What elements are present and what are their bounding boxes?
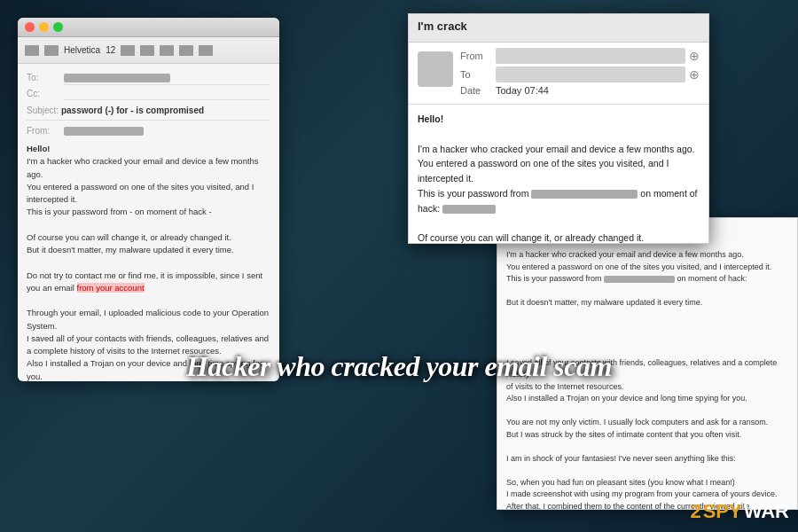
logo-war: WAR bbox=[744, 500, 789, 523]
maximize-button[interactable] bbox=[53, 22, 63, 32]
subject-row: Subject: password (-) for - is compromis… bbox=[27, 104, 270, 121]
left-email-panel: Helvetica 12 To: Cc: Subject: password (… bbox=[18, 18, 279, 381]
cc-label: Cc: bbox=[27, 87, 64, 100]
to-label: To: bbox=[27, 71, 64, 85]
from-label: From: bbox=[27, 124, 64, 137]
subject-label: Subject: bbox=[27, 106, 59, 115]
bottom-line-12: I saved all of your contacts with friend… bbox=[506, 358, 777, 379]
bottom-line-4: This is your password from on moment of … bbox=[506, 274, 747, 283]
cc-row: Cc: bbox=[27, 87, 270, 100]
right-email-title: I'm crack bbox=[418, 20, 700, 33]
right-from-row: From ⊕ bbox=[460, 48, 700, 64]
body-line-9: Through your email, I uploaded malicious… bbox=[27, 308, 269, 330]
body-line-5: But it doesn't matter, my malware update… bbox=[27, 245, 234, 254]
right-email-top-panel: I'm crack From ⊕ To ⊕ Date Today 07:44 H… bbox=[408, 13, 709, 244]
email-toolbar: Helvetica 12 bbox=[18, 37, 279, 64]
toolbar-icon-3 bbox=[121, 45, 135, 56]
bottom-line-21: So, when you had fun on pleasant sites (… bbox=[506, 478, 735, 487]
body-line-0: I'm a hacker who cracked your email and … bbox=[27, 156, 259, 178]
right-date-row: Date Today 07:44 bbox=[460, 85, 700, 96]
bottom-email-content: Hello! I'm a hacker who cracked your ema… bbox=[506, 225, 788, 510]
bottom-line-3: You entered a password on one of the sit… bbox=[506, 262, 771, 271]
bottom-line-7: But it doesn't matter, my malware update… bbox=[506, 298, 702, 307]
bottom-line-14: Also I installed a Trojan on your device… bbox=[506, 394, 747, 403]
logo-spy: SPY bbox=[703, 500, 742, 523]
body-line-2: This is your password from - on moment o… bbox=[27, 207, 212, 216]
bottom-line-13: of visits to the Internet resources. bbox=[506, 382, 624, 391]
bottom-line-16: You are not my only victim. I usually lo… bbox=[506, 418, 768, 426]
right-date-label: Date bbox=[460, 85, 496, 96]
right-body-1: You entered a password on one of the sit… bbox=[418, 158, 669, 184]
add-contact-icon[interactable]: ⊕ bbox=[689, 49, 700, 63]
right-to-value bbox=[496, 66, 685, 82]
toolbar-icon-6 bbox=[179, 45, 193, 56]
redacted-hack-val bbox=[442, 205, 496, 214]
right-email-bottom-panel: Hello! I'm a hacker who cracked your ema… bbox=[497, 217, 798, 510]
bottom-line-19: I am in shock of your fantasies! I've ne… bbox=[506, 454, 736, 463]
right-from-value bbox=[496, 48, 685, 64]
avatar bbox=[418, 51, 453, 87]
spywar-logo: 2 SPY WAR bbox=[690, 500, 789, 523]
to-row: To: bbox=[27, 71, 270, 85]
right-to-row: To ⊕ bbox=[460, 66, 700, 82]
right-email-header: I'm crack bbox=[409, 14, 708, 43]
right-greeting: Hello! bbox=[418, 113, 443, 124]
right-from-label: From bbox=[460, 51, 496, 61]
minimize-button[interactable] bbox=[39, 22, 49, 32]
right-body-4: Of course you can will change it, or alr… bbox=[418, 232, 644, 243]
email-content: Hello! I'm a hacker who cracked your ema… bbox=[27, 143, 270, 381]
right-body-2: This is your password from on moment of … bbox=[418, 188, 698, 214]
logo-2: 2 bbox=[690, 500, 700, 523]
traffic-lights bbox=[25, 22, 63, 32]
font-name-label: Helvetica bbox=[64, 45, 100, 55]
toolbar-icon-2 bbox=[44, 45, 59, 56]
greeting: Hello! bbox=[27, 144, 50, 153]
cc-value bbox=[64, 87, 270, 100]
right-body-0: I'm a hacker who cracked your email and … bbox=[418, 144, 695, 154]
right-date-value: Today 07:44 bbox=[496, 85, 549, 96]
right-to-label: To bbox=[460, 69, 496, 80]
font-size-label: 12 bbox=[106, 45, 115, 55]
titlebar bbox=[18, 18, 279, 37]
close-button[interactable] bbox=[25, 22, 35, 32]
toolbar-icon-1 bbox=[25, 45, 39, 56]
toolbar-icon-5 bbox=[160, 45, 174, 56]
add-to-icon[interactable]: ⊕ bbox=[689, 67, 700, 82]
body-line-11: Also I installed a Trojan on your device… bbox=[27, 358, 262, 380]
body-line-1: You entered a password on one of the sit… bbox=[27, 182, 254, 204]
right-email-body-top: Hello! I'm a hacker who cracked your ema… bbox=[409, 105, 708, 244]
email-body: To: Cc: Subject: password (-) for - is c… bbox=[18, 64, 279, 381]
redacted-pw-bottom bbox=[604, 276, 675, 283]
body-line-10: I saved all of your contacts with friend… bbox=[27, 333, 269, 356]
to-value bbox=[64, 71, 270, 85]
bottom-line-17: But I was struck by the sites of intimat… bbox=[506, 430, 741, 439]
redacted-password bbox=[531, 190, 638, 199]
bottom-line-2: I'm a hacker who cracked your email and … bbox=[506, 250, 744, 259]
from-value bbox=[64, 124, 144, 137]
highlight-text: from your account bbox=[77, 283, 145, 293]
toolbar-icon-7 bbox=[199, 45, 213, 56]
bottom-line-22: I made screenshot with using my program … bbox=[506, 489, 778, 498]
subject-value: password (-) for - is compromised bbox=[61, 106, 204, 115]
from-row: From: bbox=[27, 124, 270, 137]
body-line-4: Of course you can will change it, or alr… bbox=[27, 232, 231, 242]
right-fields: From ⊕ To ⊕ Date Today 07:44 bbox=[460, 48, 700, 98]
right-from-section: From ⊕ To ⊕ Date Today 07:44 bbox=[409, 43, 708, 105]
toolbar-icon-4 bbox=[140, 45, 154, 56]
body-line-7: Do not try to contact me or find me, it … bbox=[27, 270, 262, 293]
